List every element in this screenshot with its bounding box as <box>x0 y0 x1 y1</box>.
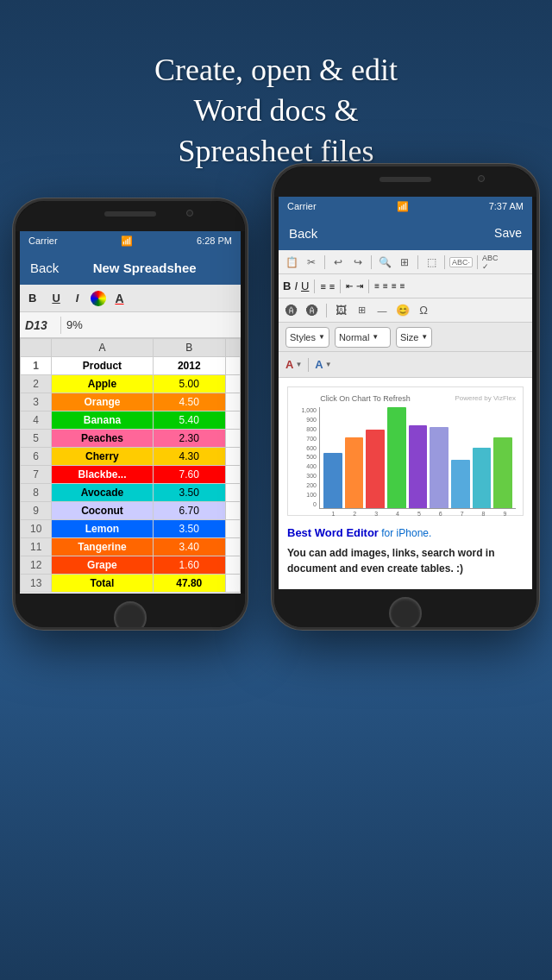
cell-value[interactable]: 9% <box>66 318 83 331</box>
table-row[interactable]: 6 Cherry 4.30 <box>21 448 241 466</box>
cell[interactable]: 4.50 <box>153 393 226 411</box>
table-row[interactable]: 12 Grape 1.60 <box>21 556 241 575</box>
text-color-icon[interactable]: 🅐 <box>283 304 300 317</box>
styles-dropdown[interactable]: Styles ▼ <box>285 327 329 348</box>
table-row[interactable]: 11 Tangerine 3.40 <box>21 538 241 556</box>
cell[interactable]: 7.60 <box>153 466 226 484</box>
bullet-list-icon[interactable]: ≡ <box>320 281 325 292</box>
phone-bottom-right <box>274 589 536 630</box>
time-right: 7:37 AM <box>489 201 524 211</box>
cell-reference[interactable]: D13 <box>25 318 55 332</box>
cell[interactable]: 47.80 <box>153 575 226 593</box>
search-icon[interactable]: 🔍 <box>376 256 393 268</box>
cell[interactable]: 5.40 <box>153 411 226 430</box>
cell[interactable]: 2.30 <box>153 430 226 448</box>
screen-left: Carrier 📶 6:28 PM Back New Spreadshee B … <box>20 231 241 594</box>
status-bar-right: Carrier 📶 7:37 AM <box>279 197 532 216</box>
underline-button-right[interactable]: U <box>301 280 309 292</box>
cell[interactable]: Apple <box>52 375 153 393</box>
table-row[interactable]: 5 Peaches 2.30 <box>21 430 241 448</box>
cell[interactable]: Product <box>52 357 153 375</box>
align-right-icon[interactable]: ≡ <box>392 281 397 291</box>
line-icon[interactable]: — <box>373 305 391 316</box>
table-icon[interactable]: ⊞ <box>396 256 413 268</box>
cell[interactable]: Banana <box>52 411 153 430</box>
underline-button[interactable]: U <box>48 290 63 306</box>
row-num: 12 <box>21 556 52 575</box>
spreadsheet-area[interactable]: A B 1 Product 2012 2 <box>20 338 241 593</box>
table-row[interactable]: 8 Avocade 3.50 <box>21 484 241 502</box>
home-button-right[interactable] <box>389 597 422 630</box>
table-row[interactable]: 7 Blackbe... 7.60 <box>21 466 241 484</box>
image-icon[interactable]: 🖼 <box>332 304 349 317</box>
bold-button-right[interactable]: B <box>283 280 291 292</box>
cell[interactable]: Lemon <box>52 520 153 538</box>
save-button[interactable]: Save <box>494 226 522 240</box>
cell[interactable]: 3.40 <box>153 538 226 556</box>
font-color-button[interactable]: A <box>115 292 123 305</box>
row-num: 4 <box>21 411 52 430</box>
table-row[interactable]: 3 Orange 4.50 <box>21 393 241 411</box>
text-color-picker[interactable]: A ▼ <box>285 358 302 371</box>
cell[interactable]: Avocade <box>52 484 153 502</box>
size-dropdown[interactable]: Size ▼ <box>396 327 432 348</box>
chart-container[interactable]: Click On Chart To Refresh Powered by Viz… <box>287 386 524 516</box>
color-picker[interactable] <box>91 291 106 306</box>
cell[interactable]: Orange <box>52 393 153 411</box>
bold-button[interactable]: B <box>25 290 40 306</box>
bold-blue-text: Best Word Editor <box>287 526 379 539</box>
outdent-icon[interactable]: ⇤ <box>346 281 353 291</box>
table-row[interactable]: 10 Lemon 3.50 <box>21 520 241 538</box>
cell[interactable]: Total <box>52 575 153 593</box>
cell[interactable]: 3.50 <box>153 520 226 538</box>
cell[interactable]: 1.60 <box>153 556 226 575</box>
cell[interactable]: 6.70 <box>153 502 226 520</box>
symbol-icon[interactable]: Ω <box>415 304 432 317</box>
align-center-icon[interactable]: ≡ <box>383 281 388 291</box>
cell[interactable]: 3.50 <box>153 484 226 502</box>
insert-icon[interactable]: ⬚ <box>423 256 440 268</box>
align-justify-icon[interactable]: ≡ <box>400 281 405 291</box>
cell[interactable]: 4.30 <box>153 448 226 466</box>
table-row[interactable]: 1 Product 2012 <box>21 357 241 375</box>
cell[interactable]: 2012 <box>153 357 226 375</box>
table-row[interactable]: 4 Banana 5.40 <box>21 411 241 430</box>
word-text-area[interactable]: Best Word Editor for iPhone. You can add… <box>287 525 524 576</box>
abc-label[interactable]: ABC· <box>449 257 473 267</box>
bg-color-picker[interactable]: A ▼ <box>315 358 331 371</box>
cell[interactable]: Tangerine <box>52 538 153 556</box>
bar-6 <box>430 427 448 508</box>
cut-icon[interactable]: ✂ <box>303 256 320 268</box>
normal-dropdown[interactable]: Normal ▼ <box>335 327 391 348</box>
cell[interactable]: Grape <box>52 556 153 575</box>
table-row[interactable]: 13 Total 47.80 <box>21 575 241 593</box>
cell[interactable]: 5.00 <box>153 375 226 393</box>
align-left-icon[interactable]: ≡ <box>374 281 380 291</box>
indent-icon[interactable]: ⇥ <box>356 281 363 291</box>
bar-4 <box>387 407 406 508</box>
numbered-list-icon[interactable]: ≡ <box>329 281 335 292</box>
status-bar-left: Carrier 📶 6:28 PM <box>20 231 241 250</box>
redo-icon[interactable]: ↪ <box>349 256 367 268</box>
italic-button-right[interactable]: I <box>294 280 298 292</box>
emoji-icon[interactable]: 😊 <box>394 304 411 317</box>
cell[interactable]: Peaches <box>52 430 153 448</box>
table-row[interactable]: 9 Coconut 6.70 <box>21 502 241 520</box>
spreadsheet-table[interactable]: A B 1 Product 2012 2 <box>20 338 241 593</box>
italic-button[interactable]: I <box>72 290 83 306</box>
paste-icon[interactable]: 📋 <box>283 256 300 268</box>
undo-icon[interactable]: ↩ <box>329 256 347 268</box>
back-button-right[interactable]: Back <box>289 226 317 241</box>
table-insert-icon[interactable]: ⊞ <box>353 305 370 316</box>
cell[interactable]: Cherry <box>52 448 153 466</box>
col-b-header[interactable]: B <box>153 339 226 357</box>
home-button-left[interactable] <box>114 601 147 631</box>
highlight-icon[interactable]: 🅐 <box>304 304 321 317</box>
col-a-header[interactable]: A <box>52 339 153 357</box>
cell[interactable]: Blackbe... <box>52 466 153 484</box>
table-row[interactable]: 2 Apple 5.00 <box>21 375 241 393</box>
back-button-left[interactable]: Back <box>30 261 59 275</box>
cell[interactable]: Coconut <box>52 502 153 520</box>
word-content[interactable]: Click On Chart To Refresh Powered by Viz… <box>279 378 532 585</box>
spellcheck-icon[interactable]: ABC✓ <box>482 254 499 271</box>
